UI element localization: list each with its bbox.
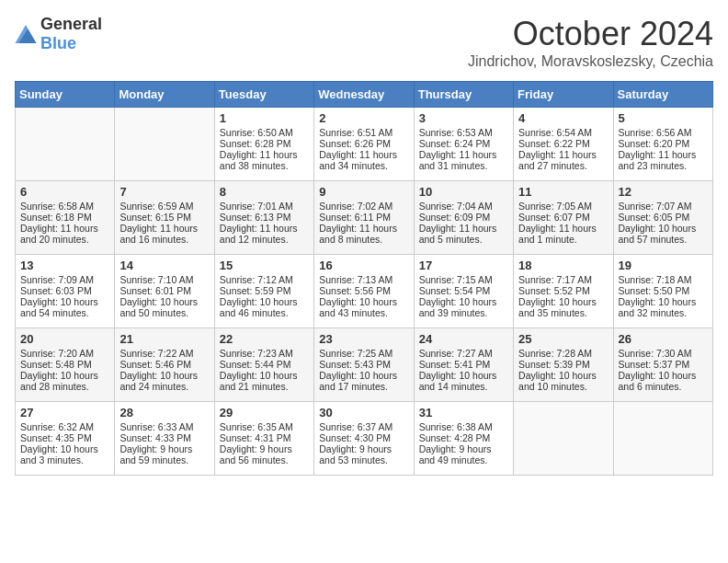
cell-content-line: Sunrise: 7:20 AM [20,348,109,359]
calendar-cell: 12Sunrise: 7:07 AMSunset: 6:05 PMDayligh… [613,181,712,255]
day-number: 6 [20,185,109,199]
calendar-cell: 27Sunrise: 6:32 AMSunset: 4:35 PMDayligh… [16,402,115,476]
calendar-cell: 13Sunrise: 7:09 AMSunset: 6:03 PMDayligh… [16,255,115,328]
calendar-cell: 30Sunrise: 6:37 AMSunset: 4:30 PMDayligh… [314,402,414,476]
cell-content-line: Sunrise: 7:13 AM [319,274,408,285]
cell-content-line: Sunset: 6:09 PM [419,212,508,223]
calendar-cell [613,402,712,476]
calendar-table: SundayMondayTuesdayWednesdayThursdayFrid… [15,81,713,476]
day-number: 3 [419,111,508,125]
cell-content-line: Sunrise: 7:30 AM [619,348,708,359]
cell-content-line: Sunset: 5:37 PM [619,359,708,370]
location-subtitle: Jindrichov, Moravskoslezsky, Czechia [468,53,713,70]
calendar-cell [514,402,613,476]
cell-content-line: Sunset: 5:56 PM [319,285,408,296]
day-number: 19 [619,259,708,272]
cell-content-line: Daylight: 10 hours and 14 minutes. [419,370,508,392]
day-number: 18 [518,259,608,272]
title-block: October 2024 Jindrichov, Moravskoslezsky… [468,15,713,70]
day-number: 12 [619,185,708,199]
cell-content-line: Sunset: 5:48 PM [20,359,109,370]
weekday-saturday: Saturday [613,82,712,108]
cell-content-line: Sunset: 5:50 PM [619,285,708,296]
calendar-cell: 17Sunrise: 7:15 AMSunset: 5:54 PMDayligh… [414,255,513,328]
cell-content-line: Daylight: 11 hours and 34 minutes. [319,149,408,171]
cell-content-line: Daylight: 10 hours and 54 minutes. [20,296,109,318]
cell-content-line: Daylight: 11 hours and 8 minutes. [319,223,408,245]
calendar-cell: 26Sunrise: 7:30 AMSunset: 5:37 PMDayligh… [613,328,712,402]
cell-content-line: Sunset: 5:54 PM [419,285,508,296]
week-row-3: 13Sunrise: 7:09 AMSunset: 6:03 PMDayligh… [16,255,713,328]
cell-content-line: Sunset: 5:43 PM [319,359,408,370]
cell-content-line: Sunrise: 7:04 AM [419,201,508,212]
logo: General Blue [15,15,102,53]
logo-icon [15,25,37,43]
cell-content-line: Daylight: 11 hours and 5 minutes. [419,223,508,245]
calendar-cell: 16Sunrise: 7:13 AMSunset: 5:56 PMDayligh… [314,255,414,328]
cell-content-line: Daylight: 10 hours and 57 minutes. [619,223,708,245]
cell-content-line: Sunrise: 6:50 AM [220,127,309,138]
calendar-cell: 5Sunrise: 6:56 AMSunset: 6:20 PMDaylight… [613,108,712,181]
cell-content-line: Daylight: 10 hours and 39 minutes. [419,296,508,318]
cell-content-line: Sunset: 5:41 PM [419,359,508,370]
weekday-tuesday: Tuesday [214,82,313,108]
cell-content-line: Sunset: 5:39 PM [518,359,608,370]
cell-content-line: Daylight: 10 hours and 46 minutes. [220,296,309,318]
day-number: 30 [319,406,408,419]
cell-content-line: Sunset: 5:59 PM [220,285,309,296]
calendar-cell: 15Sunrise: 7:12 AMSunset: 5:59 PMDayligh… [214,255,313,328]
day-number: 13 [20,259,109,272]
calendar-cell: 29Sunrise: 6:35 AMSunset: 4:31 PMDayligh… [214,402,313,476]
cell-content-line: Daylight: 10 hours and 32 minutes. [619,296,708,318]
calendar-cell [115,108,214,181]
cell-content-line: Daylight: 10 hours and 21 minutes. [220,370,309,392]
weekday-header-row: SundayMondayTuesdayWednesdayThursdayFrid… [16,82,713,108]
cell-content-line: Sunset: 6:13 PM [220,212,309,223]
week-row-2: 6Sunrise: 6:58 AMSunset: 6:18 PMDaylight… [16,181,713,255]
cell-content-line: Sunset: 6:01 PM [119,285,209,296]
cell-content-line: Daylight: 10 hours and 43 minutes. [319,296,408,318]
cell-content-line: Sunset: 6:07 PM [518,212,608,223]
week-row-4: 20Sunrise: 7:20 AMSunset: 5:48 PMDayligh… [16,328,713,402]
cell-content-line: Sunset: 4:33 PM [119,432,209,443]
calendar-cell: 19Sunrise: 7:18 AMSunset: 5:50 PMDayligh… [613,255,712,328]
day-number: 28 [119,406,209,419]
day-number: 29 [220,406,309,419]
calendar-cell: 20Sunrise: 7:20 AMSunset: 5:48 PMDayligh… [16,328,115,402]
logo-blue: Blue [40,34,76,52]
cell-content-line: Daylight: 10 hours and 10 minutes. [518,370,608,392]
cell-content-line: Daylight: 10 hours and 3 minutes. [20,443,109,465]
calendar-cell: 11Sunrise: 7:05 AMSunset: 6:07 PMDayligh… [514,181,613,255]
day-number: 2 [319,111,408,125]
cell-content-line: Sunset: 6:15 PM [119,212,209,223]
cell-content-line: Sunrise: 6:58 AM [20,201,109,212]
calendar-cell: 4Sunrise: 6:54 AMSunset: 6:22 PMDaylight… [514,108,613,181]
cell-content-line: Sunrise: 7:01 AM [220,201,309,212]
cell-content-line: Sunrise: 7:05 AM [518,201,608,212]
cell-content-line: Sunset: 4:30 PM [319,432,408,443]
cell-content-line: Sunrise: 7:09 AM [20,274,109,285]
calendar-cell: 28Sunrise: 6:33 AMSunset: 4:33 PMDayligh… [115,402,214,476]
day-number: 23 [319,332,408,346]
cell-content-line: Sunset: 5:44 PM [220,359,309,370]
logo-general: General [40,15,102,33]
cell-content-line: Daylight: 11 hours and 31 minutes. [419,149,508,171]
cell-content-line: Daylight: 9 hours and 59 minutes. [119,443,209,465]
weekday-thursday: Thursday [414,82,513,108]
day-number: 14 [119,259,209,272]
cell-content-line: Sunrise: 6:54 AM [518,127,608,138]
weekday-friday: Friday [514,82,613,108]
cell-content-line: Sunrise: 7:12 AM [220,274,309,285]
cell-content-line: Sunset: 4:31 PM [220,432,309,443]
cell-content-line: Daylight: 11 hours and 20 minutes. [20,223,109,245]
day-number: 5 [619,111,708,125]
day-number: 17 [419,259,508,272]
day-number: 26 [619,332,708,346]
cell-content-line: Daylight: 9 hours and 49 minutes. [419,443,508,465]
cell-content-line: Daylight: 10 hours and 35 minutes. [518,296,608,318]
cell-content-line: Sunrise: 6:51 AM [319,127,408,138]
cell-content-line: Sunrise: 6:38 AM [419,421,508,432]
day-number: 31 [419,406,508,419]
day-number: 24 [419,332,508,346]
cell-content-line: Daylight: 11 hours and 23 minutes. [619,149,708,171]
